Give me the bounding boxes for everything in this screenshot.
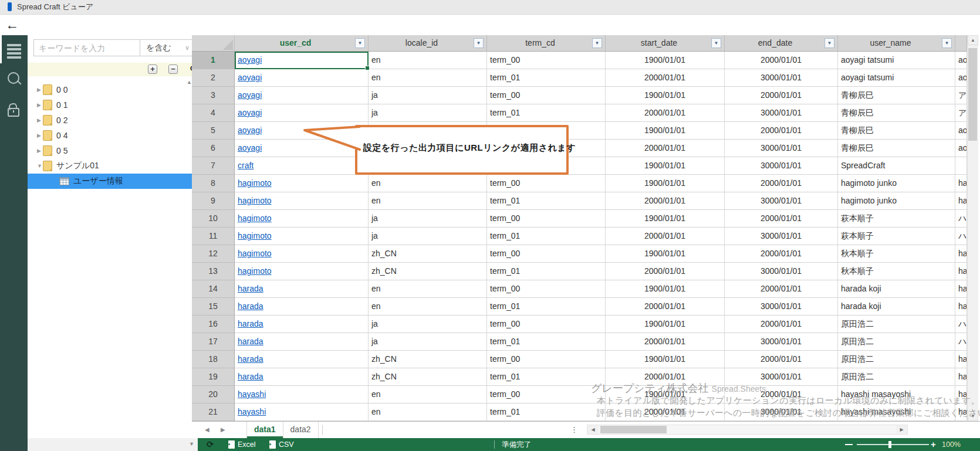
row-number[interactable]: 14: [192, 280, 235, 298]
scroll-down-icon[interactable]: ▼: [968, 411, 978, 421]
cell-user_name2[interactable]: ハ: [955, 210, 967, 228]
grid-vertical-scrollbar[interactable]: ▲ ▼: [967, 35, 978, 421]
cell-user_name2[interactable]: ha: [955, 386, 967, 403]
chevron-collapsed-icon[interactable]: ▶: [37, 102, 43, 108]
row-number[interactable]: 6: [192, 140, 235, 157]
row-number[interactable]: 9: [192, 192, 235, 210]
cell-link[interactable]: hayashi: [238, 407, 266, 416]
cell-user_name[interactable]: hayashi masayoshi: [838, 403, 955, 421]
tree-item-サンプル01[interactable]: ▼サンプル01: [28, 158, 195, 174]
filter-dropdown-icon[interactable]: ▼: [711, 38, 721, 48]
chevron-collapsed-icon[interactable]: ▶: [37, 117, 43, 123]
back-arrow-icon[interactable]: ←: [5, 16, 19, 33]
cell-end_date[interactable]: 3000/01/01: [725, 140, 838, 157]
cell-term_cd[interactable]: term_01: [487, 403, 606, 421]
cell-start_date[interactable]: 2000/01/01: [606, 140, 725, 157]
scroll-right-icon[interactable]: ▶: [896, 425, 907, 434]
cell-end_date[interactable]: 2000/01/01: [725, 122, 838, 140]
cell-user_name[interactable]: hagimoto junko: [838, 192, 955, 210]
cell-link[interactable]: hagimoto: [238, 266, 272, 276]
cell-user_name2[interactable]: ha: [955, 280, 967, 298]
cell-locale_id[interactable]: en: [369, 69, 487, 87]
cell-term_cd[interactable]: term_01: [487, 333, 606, 351]
cell-term_cd[interactable]: term_01: [487, 228, 606, 245]
cell-start_date[interactable]: 1900/01/01: [606, 280, 725, 298]
row-number[interactable]: 12: [192, 245, 235, 263]
vertical-scroll-thumb[interactable]: [968, 48, 977, 141]
cell-end_date[interactable]: 2000/01/01: [725, 280, 838, 298]
cell-end_date[interactable]: 3000/01/01: [725, 263, 838, 280]
cell-end_date[interactable]: 3000/01/01: [725, 157, 838, 175]
cell-start_date[interactable]: 2000/01/01: [606, 298, 725, 316]
cell-user_name2[interactable]: [955, 157, 967, 175]
cell-locale_id[interactable]: ja: [369, 210, 487, 228]
cell-user_name[interactable]: 青柳辰巳: [838, 104, 955, 122]
chevron-collapsed-icon[interactable]: ▶: [37, 148, 43, 154]
cell-start_date[interactable]: 1900/01/01: [606, 210, 725, 228]
cell-end_date[interactable]: 2000/01/01: [725, 245, 838, 263]
cell-user_name[interactable]: 萩本順子: [838, 210, 955, 228]
cell-user_name2[interactable]: ha: [955, 192, 967, 210]
tree-item-ユーザー情報[interactable]: ユーザー情報: [28, 174, 195, 189]
tree-scrollbar-bottom-icon[interactable]: ▼: [189, 441, 194, 447]
filter-dropdown-icon[interactable]: ▼: [355, 38, 365, 48]
cell-end_date[interactable]: 2000/01/01: [725, 175, 838, 192]
cell-link[interactable]: aoyagi: [238, 126, 262, 135]
row-number[interactable]: 17: [192, 333, 235, 351]
cell-term_cd[interactable]: term_01: [487, 69, 606, 87]
cell-link[interactable]: harada: [238, 284, 263, 293]
cell-user_name[interactable]: 青柳辰巳: [838, 87, 955, 104]
cell-start_date[interactable]: 2000/01/01: [606, 333, 725, 351]
row-number[interactable]: 4: [192, 104, 235, 122]
cell-link[interactable]: aoyagi: [238, 73, 262, 82]
cell-start_date[interactable]: 1900/01/01: [606, 87, 725, 104]
tab-more-icon[interactable]: ⋮: [570, 422, 579, 438]
cell-user_name2[interactable]: ao: [955, 122, 967, 140]
tab-data2[interactable]: data2: [283, 422, 319, 438]
row-number[interactable]: 19: [192, 368, 235, 386]
zoom-out-icon[interactable]: [845, 444, 853, 445]
row-number[interactable]: 2: [192, 69, 235, 87]
cell-user_name2[interactable]: ア: [955, 104, 967, 122]
cell-link[interactable]: aoyagi: [238, 55, 262, 65]
cell-user_name[interactable]: harada koji: [838, 298, 955, 316]
cell-end_date[interactable]: 2000/01/01: [725, 316, 838, 333]
filter-dropdown-icon[interactable]: ▼: [474, 38, 484, 48]
cell-term_cd[interactable]: term_01: [487, 263, 606, 280]
column-header-end_date[interactable]: end_date▼: [725, 35, 838, 52]
chevron-collapsed-icon[interactable]: ▶: [37, 87, 43, 93]
cell-user_name2[interactable]: ha: [955, 403, 967, 421]
cell-end_date[interactable]: 2000/01/01: [725, 386, 838, 403]
cell-link[interactable]: aoyagi: [238, 108, 262, 117]
row-number[interactable]: 21: [192, 403, 235, 421]
tree-item-0 4[interactable]: ▶0 4: [28, 128, 195, 143]
cell-start_date[interactable]: 1900/01/01: [606, 175, 725, 192]
cell-term_cd[interactable]: term_00: [487, 386, 606, 403]
cell-link[interactable]: craft: [238, 161, 254, 170]
cell-link[interactable]: harada: [238, 319, 263, 328]
cell-locale_id[interactable]: ja: [369, 87, 487, 104]
cell-user_name[interactable]: SpreadCraft: [838, 157, 955, 175]
grid-horizontal-scrollbar[interactable]: ◀ ▶: [587, 425, 908, 435]
cell-end_date[interactable]: 3000/01/01: [725, 403, 838, 421]
row-number[interactable]: 5: [192, 122, 235, 140]
cell-start_date[interactable]: 1900/01/01: [606, 245, 725, 263]
cell-user_name[interactable]: 原田浩二: [838, 368, 955, 386]
chevron-expanded-icon[interactable]: ▼: [37, 163, 43, 169]
cell-user_name[interactable]: 秋本順子: [838, 263, 955, 280]
cell-end_date[interactable]: 3000/01/01: [725, 192, 838, 210]
cell-start_date[interactable]: 2000/01/01: [606, 368, 725, 386]
cell-term_cd[interactable]: term_01: [487, 104, 606, 122]
cell-term_cd[interactable]: term_00: [487, 280, 606, 298]
cell-locale_id[interactable]: en: [369, 403, 487, 421]
cell-user_name[interactable]: 青柳辰巳: [838, 122, 955, 140]
cell-user_name2[interactable]: ア: [955, 87, 967, 104]
cell-user_name2[interactable]: ha: [955, 368, 967, 386]
row-number[interactable]: 10: [192, 210, 235, 228]
cell-locale_id[interactable]: zh_CN: [369, 351, 487, 368]
cell-locale_id[interactable]: ja: [369, 228, 487, 245]
tree-scroll-up-icon[interactable]: ▲: [187, 79, 192, 85]
cell-user_name2[interactable]: ao: [955, 140, 967, 157]
cell-user_name2[interactable]: ha: [955, 245, 967, 263]
cell-start_date[interactable]: 2000/01/01: [606, 69, 725, 87]
